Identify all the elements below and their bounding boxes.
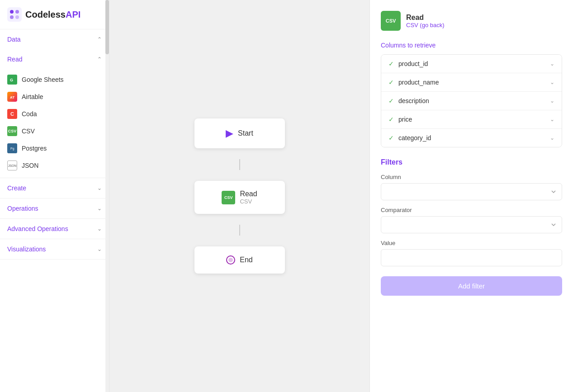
end-node-label: End: [240, 256, 252, 264]
sidebar-item-label-coda: Coda: [22, 110, 37, 118]
sidebar-item-label-google-sheets: Google Sheets: [22, 76, 64, 83]
logo-text: CodelessAPI: [25, 9, 81, 20]
columns-section-label: Columns to retrieve: [381, 42, 562, 49]
connector-line-1: [239, 159, 240, 170]
start-node[interactable]: ▶ Start: [194, 118, 285, 148]
sidebar-section-operations: Operations ⌄: [0, 198, 109, 219]
chevron-down-icon-price[interactable]: ⌄: [550, 116, 554, 123]
comparator-field-group: Comparator: [381, 207, 562, 233]
value-field-label: Value: [381, 240, 562, 246]
scrollbar-track[interactable]: [105, 0, 109, 392]
csv-node-icon: CSV: [222, 191, 235, 204]
column-field-label: Column: [381, 174, 562, 180]
start-node-label: Start: [238, 129, 253, 137]
read-csv-node[interactable]: CSV Read CSV: [194, 181, 285, 214]
right-panel: CSV Read CSV (go back) Columns to retrie…: [369, 0, 573, 392]
sidebar-item-label-postgres: Postgres: [22, 145, 47, 152]
column-name-product-name: product_name: [398, 79, 439, 86]
panel-title-main: Read: [406, 14, 445, 22]
sidebar-section-advanced-operations: Advanced Operations ⌄: [0, 219, 109, 239]
value-input[interactable]: [381, 249, 562, 266]
check-icon-product-name: ✓: [388, 79, 394, 86]
chevron-down-icon-description[interactable]: ⌄: [550, 98, 554, 104]
sidebar-section-data-header[interactable]: Data ⌃: [0, 29, 109, 49]
sidebar-section-read-header[interactable]: Read ⌃: [0, 49, 109, 69]
sidebar-section-visualizations-header[interactable]: Visualizations ⌄: [0, 239, 109, 259]
svg-point-1: [10, 10, 14, 14]
comparator-field-label: Comparator: [381, 207, 562, 213]
connector-line-2: [239, 225, 240, 236]
sidebar-item-label-airtable: Airtable: [22, 93, 43, 100]
chevron-up-icon: ⌃: [97, 36, 102, 43]
sidebar-section-visualizations: Visualizations ⌄: [0, 239, 109, 260]
sidebar-item-coda[interactable]: C Coda: [0, 105, 109, 123]
logo-icon: [7, 7, 22, 22]
panel-title-group: Read CSV (go back): [406, 14, 445, 28]
column-name-product-id: product_id: [398, 60, 428, 67]
panel-title-sub[interactable]: CSV (go back): [406, 22, 445, 28]
csv-icon: CSV: [7, 126, 17, 136]
main-canvas: ▶ Start CSV Read CSV End: [109, 0, 369, 392]
sidebar-item-json[interactable]: JSON JSON: [0, 157, 109, 174]
sidebar: CodelessAPI Data ⌃ Read ⌃ G Google Sheet…: [0, 0, 109, 392]
column-name-category-id: category_id: [398, 134, 431, 142]
sidebar-section-advanced-operations-header[interactable]: Advanced Operations ⌄: [0, 219, 109, 239]
columns-section: Columns to retrieve ✓ product_id ⌄ ✓ pro…: [381, 42, 562, 158]
sidebar-item-airtable[interactable]: AT Airtable: [0, 88, 109, 105]
check-icon-description: ✓: [388, 97, 394, 104]
sidebar-item-label-csv: CSV: [22, 128, 35, 135]
column-field-group: Column: [381, 174, 562, 200]
sidebar-section-operations-header[interactable]: Operations ⌄: [0, 198, 109, 218]
check-icon-category-id: ✓: [388, 134, 394, 142]
column-name-description: description: [398, 97, 429, 104]
svg-point-3: [10, 15, 14, 19]
column-name-price: price: [398, 116, 412, 123]
chevron-down-icon-category-id[interactable]: ⌄: [550, 135, 554, 141]
check-icon-product-id: ✓: [388, 60, 394, 67]
sidebar-item-google-sheets[interactable]: G Google Sheets: [0, 71, 109, 88]
postgres-icon: Pg: [7, 143, 17, 153]
svg-point-4: [15, 15, 19, 19]
chevron-up-icon-read: ⌃: [97, 56, 102, 62]
logo: CodelessAPI: [0, 0, 109, 29]
filters-section: Filters Column Comparator Value Add filt…: [381, 158, 562, 296]
sidebar-item-csv[interactable]: CSV CSV: [0, 123, 109, 140]
check-icon-price: ✓: [388, 116, 394, 123]
read-csv-labels: Read CSV: [240, 190, 257, 205]
svg-rect-0: [7, 7, 22, 22]
svg-text:Pg: Pg: [10, 147, 14, 151]
column-select[interactable]: [381, 183, 562, 200]
coda-icon: C: [7, 109, 17, 119]
read-node-label: Read: [240, 190, 257, 198]
sidebar-section-data: Data ⌃ Read ⌃ G Google Sheets AT: [0, 29, 109, 178]
columns-list: ✓ product_id ⌄ ✓ product_name ⌄ ✓ descri…: [381, 54, 562, 147]
sidebar-section-read: Read ⌃ G Google Sheets AT Airtable: [0, 49, 109, 178]
value-field-group: Value: [381, 240, 562, 266]
column-item-product-id[interactable]: ✓ product_id ⌄: [381, 55, 562, 73]
add-filter-button[interactable]: Add filter: [381, 276, 562, 296]
svg-point-2: [15, 10, 19, 14]
sidebar-section-create-header[interactable]: Create ⌄: [0, 178, 109, 198]
end-circle-icon: [226, 255, 235, 264]
comparator-select[interactable]: [381, 216, 562, 233]
sidebar-item-postgres[interactable]: Pg Postgres: [0, 140, 109, 157]
chevron-down-icon-viz: ⌄: [97, 246, 102, 252]
airtable-icon: AT: [7, 92, 17, 102]
sidebar-section-create: Create ⌄: [0, 178, 109, 198]
chevron-down-icon-operations: ⌄: [97, 205, 102, 212]
end-node[interactable]: End: [194, 246, 285, 274]
scrollbar-thumb[interactable]: [105, 0, 109, 54]
chevron-down-icon-product-name[interactable]: ⌄: [550, 79, 554, 85]
column-item-description[interactable]: ✓ description ⌄: [381, 92, 562, 110]
sidebar-item-label-json: JSON: [22, 162, 38, 169]
read-items-list: G Google Sheets AT Airtable C Coda CSV C…: [0, 69, 109, 178]
panel-csv-icon: CSV: [381, 11, 401, 31]
svg-text:AT: AT: [10, 95, 14, 99]
chevron-down-icon-product-id[interactable]: ⌄: [550, 61, 554, 67]
read-node-sublabel: CSV: [240, 198, 257, 205]
column-item-category-id[interactable]: ✓ category_id ⌄: [381, 129, 562, 147]
column-item-product-name[interactable]: ✓ product_name ⌄: [381, 73, 562, 92]
svg-text:G: G: [10, 78, 13, 82]
column-item-price[interactable]: ✓ price ⌄: [381, 110, 562, 129]
json-icon: JSON: [7, 161, 17, 170]
